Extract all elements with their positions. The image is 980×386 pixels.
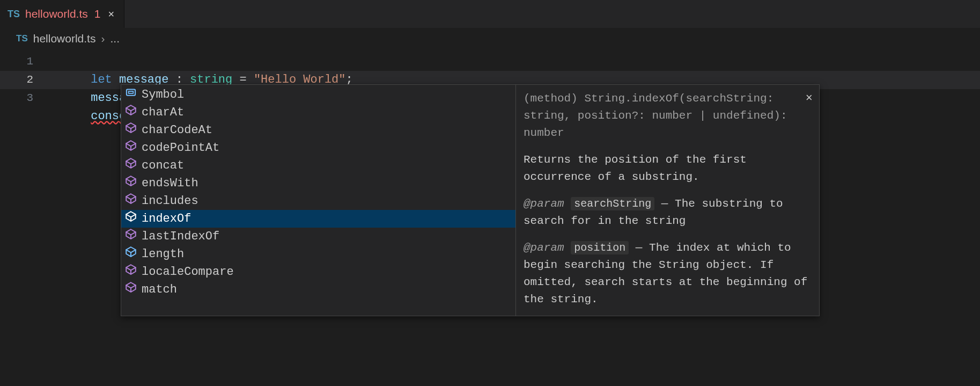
suggestion-label: indexOf bbox=[142, 210, 191, 228]
suggestion-item[interactable]: endsWith bbox=[121, 174, 515, 192]
method-icon bbox=[126, 174, 136, 193]
breadcrumb[interactable]: TS helloworld.ts › ... bbox=[0, 28, 980, 49]
suggestion-item[interactable]: indexOf bbox=[121, 210, 515, 228]
suggestion-label: match bbox=[142, 281, 177, 299]
method-icon bbox=[126, 281, 136, 299]
suggestion-list[interactable]: SymbolcharAtcharCodeAtcodePointAtconcate… bbox=[121, 85, 515, 316]
intellisense-popup: SymbolcharAtcharCodeAtcodePointAtconcate… bbox=[121, 84, 820, 316]
breadcrumb-file[interactable]: helloworld.ts bbox=[33, 32, 96, 45]
editor-tab[interactable]: TS helloworld.ts 1 × bbox=[0, 0, 124, 28]
tab-title: helloworld.ts bbox=[25, 8, 88, 20]
method-icon bbox=[126, 228, 136, 246]
param-doc: @param searchString — The substring to s… bbox=[524, 195, 812, 230]
suggestion-label: localeCompare bbox=[142, 263, 234, 281]
close-icon[interactable]: × bbox=[106, 8, 116, 20]
suggestion-item[interactable]: Symbol bbox=[121, 86, 515, 104]
tab-bar: TS helloworld.ts 1 × bbox=[0, 0, 980, 28]
param-doc: @param position — The index at which to … bbox=[524, 239, 812, 308]
line-number: 2 bbox=[0, 71, 48, 89]
method-icon bbox=[126, 104, 136, 122]
suggestion-label: length bbox=[142, 245, 184, 264]
suggestion-item[interactable]: concat bbox=[121, 157, 515, 174]
suggestion-label: charCodeAt bbox=[142, 121, 212, 140]
method-icon bbox=[126, 210, 136, 228]
suggestion-label: charAt bbox=[142, 104, 184, 122]
method-description: Returns the position of the first occurr… bbox=[524, 151, 812, 186]
suggestion-item[interactable]: codePointAt bbox=[121, 139, 515, 157]
chevron-right-icon: › bbox=[101, 32, 105, 45]
suggestion-item[interactable]: length bbox=[121, 245, 515, 263]
suggestion-label: includes bbox=[142, 192, 198, 210]
param-name: position bbox=[571, 241, 629, 254]
interface-icon bbox=[126, 86, 136, 104]
line-number: 3 bbox=[0, 89, 48, 107]
typescript-icon: TS bbox=[16, 33, 28, 44]
typescript-icon: TS bbox=[8, 9, 20, 20]
method-icon bbox=[126, 263, 136, 281]
suggestion-details: × (method) String.indexOf(searchString: … bbox=[515, 85, 819, 316]
breadcrumb-rest[interactable]: ... bbox=[110, 32, 120, 45]
suggestion-item[interactable]: includes bbox=[121, 192, 515, 210]
svg-rect-1 bbox=[129, 91, 134, 93]
suggestion-label: lastIndexOf bbox=[142, 228, 219, 246]
code-editor[interactable]: 1 let message : string = "Hello World"; … bbox=[0, 49, 980, 107]
suggestion-item[interactable]: match bbox=[121, 281, 515, 298]
suggestion-label: Symbol bbox=[142, 86, 184, 104]
method-icon bbox=[126, 157, 136, 175]
suggestion-item[interactable]: localeCompare bbox=[121, 263, 515, 281]
suggestion-label: endsWith bbox=[142, 174, 198, 193]
param-name: searchString bbox=[571, 197, 654, 210]
editor-line[interactable]: 1 let message : string = "Hello World"; bbox=[0, 53, 980, 71]
suggestion-label: concat bbox=[142, 157, 184, 175]
method-icon bbox=[126, 192, 136, 210]
method-icon bbox=[126, 121, 136, 140]
suggestion-item[interactable]: lastIndexOf bbox=[121, 228, 515, 245]
tab-problem-count: 1 bbox=[94, 8, 101, 20]
suggestion-item[interactable]: charCodeAt bbox=[121, 121, 515, 139]
close-icon[interactable]: × bbox=[806, 90, 813, 107]
svg-rect-0 bbox=[127, 89, 135, 95]
method-icon bbox=[126, 139, 136, 157]
method-signature: (method) String.indexOf(searchString: st… bbox=[524, 90, 812, 142]
line-number: 1 bbox=[0, 53, 48, 71]
suggestion-item[interactable]: charAt bbox=[121, 104, 515, 121]
suggestion-label: codePointAt bbox=[142, 139, 219, 157]
field-icon bbox=[126, 245, 136, 264]
